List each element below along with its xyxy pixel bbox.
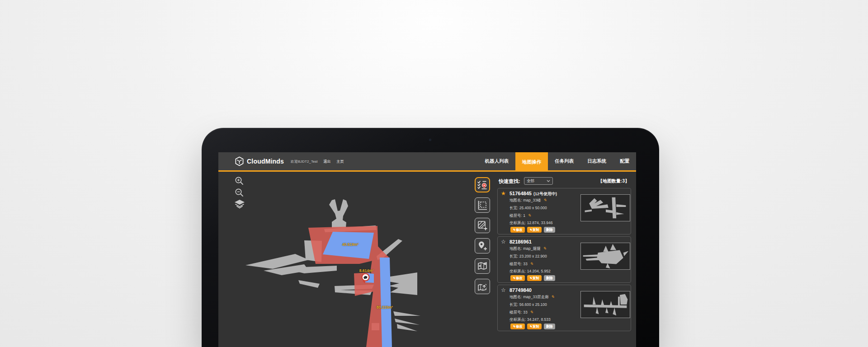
delete-map-button[interactable]: 删除 xyxy=(544,275,555,281)
map-thumbnail-image xyxy=(581,195,630,221)
map-floor-row: 楼层号: 33 ✎ xyxy=(509,262,533,267)
toolbar-add-zone-button[interactable] xyxy=(475,218,490,233)
field-value: 12.874, 33.946 xyxy=(527,220,553,225)
edit-floor-icon[interactable]: ✎ xyxy=(528,213,531,218)
area-label-corridor: 80.215m² xyxy=(372,305,397,309)
map-zoom-out-button[interactable] xyxy=(235,188,244,199)
home-link[interactable]: 主页 xyxy=(337,159,344,164)
field-label: 楼层号: xyxy=(509,213,522,218)
layers-icon xyxy=(234,199,245,210)
filter-value: 全部 xyxy=(527,178,547,184)
copy-label: 复制 xyxy=(533,324,539,329)
map-card[interactable]: ☆ 82186961 地图名: map_腿腿 ✎ 长宽: 23.200 x 22… xyxy=(497,236,631,283)
field-value: 25.400 x 50.000 xyxy=(519,206,547,210)
edit-label: 修改 xyxy=(516,324,523,329)
map-in-use-badge: (12号使用中) xyxy=(533,192,557,196)
map-name-row: 地图名: map_腿腿 ✎ xyxy=(509,246,546,252)
edit-name-icon[interactable]: ✎ xyxy=(543,246,547,251)
toolbar-task-pin-checklist-button[interactable] xyxy=(475,177,490,192)
field-label: 楼层号: xyxy=(509,310,522,314)
map-canvas[interactable] xyxy=(218,152,495,347)
edit-name-icon[interactable]: ✎ xyxy=(551,295,555,299)
map-card-title: 87749840 xyxy=(509,287,532,293)
map-floor-row: 楼层号: 33 ✎ xyxy=(509,310,533,315)
map-id: 87749840 xyxy=(509,287,532,293)
map-card[interactable]: ★ 51764845(12号使用中) 地图名: map_33楼 ✎ 长宽: 25… xyxy=(497,188,631,234)
pencil-icon: ✎ xyxy=(513,228,515,232)
tab-robot-list[interactable]: 机器人列表 xyxy=(478,152,516,170)
field-label: 长宽: xyxy=(509,206,518,210)
cloudminds-logo-icon xyxy=(235,156,244,166)
copy-label: 复制 xyxy=(533,228,539,232)
measure-frame-icon xyxy=(477,200,488,211)
edit-floor-icon[interactable]: ✎ xyxy=(530,310,533,314)
pencil-icon: ✎ xyxy=(529,277,532,280)
field-value: 33 xyxy=(523,310,527,314)
delete-map-button[interactable]: 删除 xyxy=(544,324,555,329)
field-value: 14.204, 5.952 xyxy=(527,269,551,273)
edit-label: 修改 xyxy=(516,228,523,232)
star-icon[interactable]: ☆ xyxy=(501,239,506,244)
pencil-icon: ✎ xyxy=(513,277,515,280)
field-label: 地图名: xyxy=(509,198,522,202)
copy-map-button[interactable]: ✎复制 xyxy=(527,275,542,281)
toolbar-measure-frame-button[interactable] xyxy=(475,197,490,213)
map-size-row: 长宽: 25.400 x 50.000 xyxy=(509,206,547,211)
copy-map-button[interactable]: ✎复制 xyxy=(527,324,542,329)
brand: CloudMinds xyxy=(235,152,284,170)
star-icon[interactable]: ☆ xyxy=(501,287,506,293)
field-label: 地图名: xyxy=(509,246,522,251)
field-label: 坐标原点: xyxy=(509,220,526,225)
map-thumbnail xyxy=(580,291,630,318)
filter-select[interactable]: 全部 xyxy=(524,177,553,185)
map-origin-row: 坐标原点: 14.204, 5.952 xyxy=(509,269,551,274)
map-layers-button[interactable] xyxy=(234,199,245,212)
map-card[interactable]: ☆ 87749840 地图名: map_33层走廊 ✎ 长宽: 56.600 x… xyxy=(497,285,631,331)
app-header: CloudMinds 欢迎BJDT2_Test 退出 主页 机器人列表 地图操作… xyxy=(218,152,636,172)
tab-task-list[interactable]: 任务列表 xyxy=(548,152,580,170)
toolbar-map-upload-button[interactable] xyxy=(475,279,490,294)
field-label: 长宽: xyxy=(509,254,518,258)
add-zone-hatch-icon xyxy=(477,220,488,231)
field-label: 地图名: xyxy=(509,295,522,299)
delete-label: 删除 xyxy=(546,324,553,329)
map-thumbnail xyxy=(580,194,630,221)
pencil-icon: ✎ xyxy=(529,228,532,232)
logout-link[interactable]: 退出 xyxy=(324,159,331,164)
toolbar-add-poi-button[interactable] xyxy=(475,238,490,253)
map-name-row: 地图名: map_33楼 ✎ xyxy=(509,198,547,203)
edit-map-button[interactable]: ✎修改 xyxy=(510,324,525,329)
map-card-title: 51764845(12号使用中) xyxy=(509,191,557,197)
brand-name: CloudMinds xyxy=(247,158,284,165)
field-value: map_33层走廊 xyxy=(523,295,548,299)
edit-name-icon[interactable]: ✎ xyxy=(543,198,547,202)
pencil-icon: ✎ xyxy=(513,325,515,328)
delete-label: 删除 xyxy=(546,276,553,281)
field-value: 33 xyxy=(523,262,527,266)
field-label: 楼层号: xyxy=(509,262,522,266)
tab-config[interactable]: 配置 xyxy=(613,152,636,170)
map-floor-row: 楼层号: 1 ✎ xyxy=(509,213,531,219)
map-upload-icon xyxy=(477,281,488,292)
map-zoom-in-button[interactable] xyxy=(235,176,244,188)
edit-map-button[interactable]: ✎修改 xyxy=(510,275,525,281)
webcam-dot xyxy=(429,139,431,141)
app-screen: 40.519m² 8.614m² 80.215m² CloudMinds 欢迎B… xyxy=(218,152,636,347)
tab-map-operation[interactable]: 地图操作 xyxy=(515,152,548,172)
field-value: map_33楼 xyxy=(523,198,541,202)
zoom-out-icon xyxy=(235,188,244,197)
toolbar-map-edit-button[interactable] xyxy=(475,258,490,274)
field-value: 1 xyxy=(523,213,525,218)
delete-map-button[interactable]: 删除 xyxy=(544,227,555,233)
area-label-small: 8.614m² xyxy=(354,268,379,273)
edit-floor-icon[interactable]: ✎ xyxy=(530,262,533,266)
chevron-down-icon xyxy=(547,180,550,182)
star-icon[interactable]: ★ xyxy=(501,191,506,196)
copy-map-button[interactable]: ✎复制 xyxy=(527,227,542,233)
welcome-text: 欢迎BJDT2_Test xyxy=(291,159,318,164)
edit-map-button[interactable]: ✎修改 xyxy=(510,227,525,233)
map-thumbnail-image xyxy=(581,291,630,318)
map-origin-row: 坐标原点: 34.247, 8.533 xyxy=(509,317,551,323)
tab-log-system[interactable]: 日志系统 xyxy=(580,152,613,170)
field-value: 34.247, 8.533 xyxy=(527,317,551,322)
